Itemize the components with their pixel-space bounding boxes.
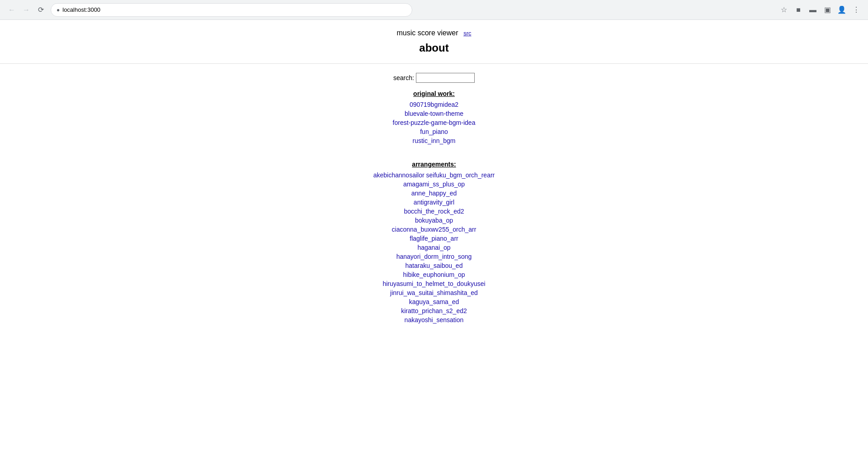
list-item: amagami_ss_plus_op bbox=[403, 181, 465, 188]
forward-button[interactable]: → bbox=[20, 4, 33, 16]
menu-button[interactable]: ⋮ bbox=[850, 4, 863, 16]
address-bar[interactable]: ● localhost:3000 bbox=[51, 3, 412, 17]
list-item: 090719bgmidea2 bbox=[410, 101, 458, 108]
app-title-row: music score viewer src bbox=[396, 29, 471, 37]
arrangements-list: akebichannosailor seifuku_bgm_orch_rearr… bbox=[373, 171, 495, 324]
arrangement-link-5[interactable]: bocchi_the_rock_ed2 bbox=[404, 208, 464, 215]
arrangement-link-9[interactable]: haganai_op bbox=[417, 244, 450, 251]
arrangement-link-3[interactable]: anne_happy_ed bbox=[411, 190, 457, 197]
original-work-link-4[interactable]: fun_piano bbox=[420, 128, 448, 135]
list-item: bocchi_the_rock_ed2 bbox=[404, 208, 464, 215]
list-item: fun_piano bbox=[420, 128, 448, 135]
original-work-link-1[interactable]: 090719bgmidea2 bbox=[410, 101, 458, 108]
arrangement-link-13[interactable]: hiruyasumi_to_helmet_to_doukyusei bbox=[382, 280, 485, 287]
search-label: search: bbox=[393, 74, 414, 81]
arrangement-link-11[interactable]: hataraku_saibou_ed bbox=[406, 262, 463, 269]
back-button[interactable]: ← bbox=[5, 4, 18, 16]
list-item: bluevale-town-theme bbox=[405, 110, 463, 117]
arrangement-link-2[interactable]: amagami_ss_plus_op bbox=[403, 181, 465, 188]
list-item: hataraku_saibou_ed bbox=[406, 262, 463, 269]
profile-button[interactable]: 👤 bbox=[835, 4, 848, 16]
arrangement-link-16[interactable]: kiratto_prichan_s2_ed2 bbox=[401, 307, 467, 314]
page-heading: about bbox=[419, 42, 448, 54]
list-item: jinrui_wa_suitai_shimashita_ed bbox=[390, 289, 478, 296]
list-item: kaguya_sama_ed bbox=[409, 298, 459, 305]
cast-button[interactable]: ▣ bbox=[821, 4, 834, 16]
list-item: rustic_inn_bgm bbox=[413, 137, 456, 144]
src-link[interactable]: src bbox=[463, 30, 471, 37]
list-item: forest-puzzle-game-bgm-idea bbox=[393, 119, 476, 126]
lock-icon: ● bbox=[57, 7, 60, 13]
nav-buttons: ← → ⟳ bbox=[5, 4, 47, 16]
reload-button[interactable]: ⟳ bbox=[34, 4, 47, 16]
arrangements-section: arrangements: akebichannosailor seifuku_… bbox=[373, 161, 495, 333]
list-item: bokuyaba_op bbox=[415, 217, 453, 224]
extensions-button[interactable]: ▬ bbox=[807, 4, 819, 16]
original-work-heading: original work: bbox=[393, 90, 476, 97]
browser-actions: ☆ ■ ▬ ▣ 👤 ⋮ bbox=[778, 4, 863, 16]
search-input[interactable] bbox=[416, 73, 475, 83]
browser-chrome: ← → ⟳ ● localhost:3000 ☆ ■ ▬ ▣ 👤 ⋮ bbox=[0, 0, 868, 20]
bookmark-button[interactable]: ☆ bbox=[778, 4, 790, 16]
list-item: hiruyasumi_to_helmet_to_doukyusei bbox=[382, 280, 485, 287]
original-work-link-2[interactable]: bluevale-town-theme bbox=[405, 110, 463, 117]
arrangement-link-6[interactable]: bokuyaba_op bbox=[415, 217, 453, 224]
url-input[interactable]: localhost:3000 bbox=[62, 6, 406, 13]
original-work-link-5[interactable]: rustic_inn_bgm bbox=[413, 137, 456, 144]
arrangement-link-7[interactable]: ciaconna_buxwv255_orch_arr bbox=[392, 226, 476, 233]
arrangements-heading: arrangements: bbox=[373, 161, 495, 168]
original-work-list: 090719bgmidea2 bluevale-town-theme fores… bbox=[393, 101, 476, 144]
list-item: ciaconna_buxwv255_orch_arr bbox=[392, 226, 476, 233]
list-item: anne_happy_ed bbox=[411, 190, 457, 197]
extension-button[interactable]: ■ bbox=[792, 4, 805, 16]
page-content: music score viewer src about search: ori… bbox=[0, 20, 868, 358]
arrangement-link-14[interactable]: jinrui_wa_suitai_shimashita_ed bbox=[390, 289, 478, 296]
list-item: kiratto_prichan_s2_ed2 bbox=[401, 307, 467, 314]
arrangement-link-8[interactable]: flaglife_piano_arr bbox=[410, 235, 458, 242]
list-item: haganai_op bbox=[417, 244, 450, 251]
arrangement-link-17[interactable]: nakayoshi_sensation bbox=[405, 316, 464, 324]
original-work-link-3[interactable]: forest-puzzle-game-bgm-idea bbox=[393, 119, 476, 126]
list-item: flaglife_piano_arr bbox=[410, 235, 458, 242]
list-item: hanayori_dorm_intro_song bbox=[396, 253, 472, 260]
divider bbox=[0, 63, 868, 64]
original-work-section: original work: 090719bgmidea2 bluevale-t… bbox=[393, 90, 476, 153]
arrangement-link-12[interactable]: hibike_euphonium_op bbox=[403, 271, 465, 278]
arrangement-link-4[interactable]: antigravity_girl bbox=[414, 199, 454, 206]
list-item: hibike_euphonium_op bbox=[403, 271, 465, 278]
list-item: nakayoshi_sensation bbox=[405, 316, 464, 324]
arrangement-link-10[interactable]: hanayori_dorm_intro_song bbox=[396, 253, 472, 260]
list-item: antigravity_girl bbox=[414, 199, 454, 206]
list-item: akebichannosailor seifuku_bgm_orch_rearr bbox=[373, 171, 495, 179]
app-title: music score viewer bbox=[396, 29, 458, 37]
arrangement-link-15[interactable]: kaguya_sama_ed bbox=[409, 298, 459, 305]
search-row: search: bbox=[393, 73, 475, 83]
arrangement-link-1[interactable]: akebichannosailor seifuku_bgm_orch_rearr bbox=[373, 171, 495, 179]
